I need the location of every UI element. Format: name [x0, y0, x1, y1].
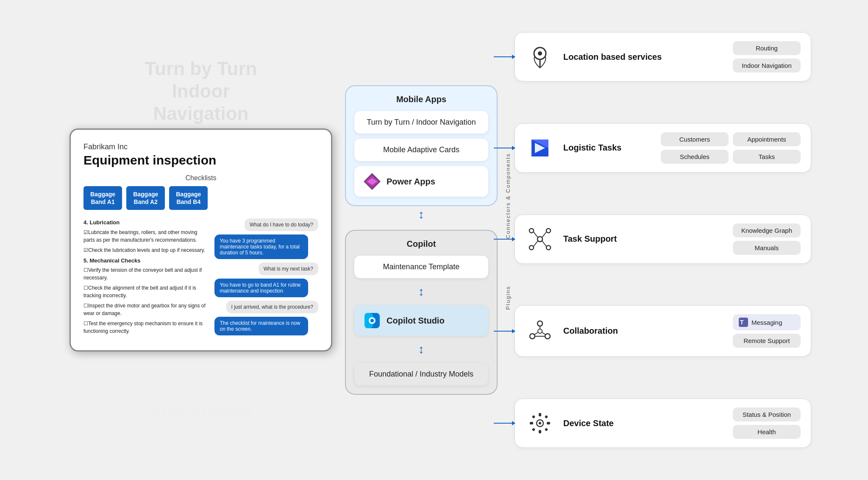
status-position-tag: Status & Position — [733, 407, 801, 421]
svg-text:T: T — [740, 319, 744, 326]
btn-baggage-a2[interactable]: BaggageBand A2 — [126, 186, 165, 210]
svg-point-12 — [529, 229, 534, 233]
svg-line-17 — [542, 232, 546, 237]
vertical-arrow-3: ↕ — [418, 343, 424, 356]
arrow-task — [494, 239, 515, 240]
plugins-label: Plugins — [505, 286, 511, 310]
svg-point-11 — [537, 237, 542, 242]
svg-rect-36 — [532, 415, 535, 419]
dynamics-icon — [525, 133, 555, 163]
section5-item3: ☐Inspect the drive motor and gearbox for… — [83, 302, 208, 317]
svg-rect-34 — [530, 422, 533, 424]
turn-by-turn-card: Turn by Turn / Indoor Navigation — [354, 111, 488, 134]
service-row-location: Location based services Routing Indoor N… — [515, 32, 811, 81]
chat-bot-2: You have to go to band A1 for rutine mai… — [214, 279, 308, 297]
section5-title: 5. Mechanical Checks — [83, 257, 208, 265]
arrow-collab — [494, 331, 515, 332]
device-content: 4. Lubrication ☑Lubricate the bearings, … — [83, 218, 318, 338]
svg-point-14 — [529, 246, 534, 250]
task-tags: Knowledge Graph Manuals — [733, 223, 801, 255]
manuals-tag: Manuals — [733, 241, 801, 255]
indoor-nav-tag: Indoor Navigation — [733, 59, 801, 73]
connectors-label: Connectors & Components — [505, 153, 511, 239]
service-row-collab: Collaboration T Messaging Remote Support — [515, 305, 811, 357]
mobile-adaptive-card: Mobile Adaptive Cards — [354, 139, 488, 161]
checklist-buttons: BaggageBand A1 BaggageBand A2 BaggageBan… — [83, 186, 318, 210]
svg-rect-35 — [547, 422, 550, 424]
maintenance-template-card: Maintenance Template — [354, 256, 488, 278]
svg-point-21 — [530, 334, 535, 339]
location-service-name: Location based services — [563, 52, 662, 62]
section5-item2: ☐Check the alignment of the belt and adj… — [83, 284, 208, 299]
health-tag: Health — [733, 425, 801, 439]
network-nodes-icon — [525, 316, 555, 346]
svg-rect-37 — [545, 415, 548, 419]
svg-point-8 — [538, 51, 542, 56]
bg-text-top: Turn by Turn Indoor Navigation — [129, 58, 273, 125]
chat-user-1: What do I have to do today? — [245, 218, 318, 231]
power-apps-label: Power Apps — [387, 177, 435, 187]
gear-nodes-icon — [525, 408, 555, 438]
foundational-card: Foundational / Industry Models — [354, 363, 488, 385]
checklist-text: 4. Lubrication ☑Lubricate the bearings, … — [83, 218, 208, 338]
chat-user-3: I just arrived, what is the procedure? — [226, 301, 318, 313]
maintenance-template-label: Maintenance Template — [383, 262, 460, 271]
svg-point-31 — [539, 422, 541, 424]
task-service-name: Task Support — [563, 234, 631, 244]
svg-line-18 — [534, 241, 538, 246]
remote-support-tag: Remote Support — [733, 334, 801, 348]
svg-point-23 — [538, 329, 542, 333]
btn-baggage-b4[interactable]: BaggageBand B4 — [169, 186, 208, 210]
chat-bot-1: You have 3 programmed maintenance tasks … — [214, 234, 308, 259]
device-mockup: Fabrikam Inc Equipment inspection Checkl… — [70, 128, 332, 352]
svg-point-6 — [370, 319, 374, 322]
knowledge-graph-tag: Knowledge Graph — [733, 223, 801, 237]
turn-by-turn-label: Turn by Turn / Indoor Navigation — [367, 118, 476, 126]
svg-line-16 — [534, 232, 538, 237]
service-row-logistic: Logistic Tasks Customers Appointments Sc… — [515, 123, 811, 173]
chat-user-2: What is my next task? — [259, 262, 318, 275]
power-apps-icon — [363, 172, 381, 191]
foundational-label: Foundational / Industry Models — [369, 370, 473, 378]
svg-rect-38 — [532, 428, 535, 431]
svg-point-15 — [546, 246, 551, 250]
copilot-card: Copilot Maintenance Template ↕ Copilot S… — [345, 230, 498, 395]
copilot-label: Copilot — [407, 239, 436, 249]
teams-icon: T — [739, 318, 748, 327]
customers-tag: Customers — [661, 132, 729, 146]
appointments-tag: Appointments — [733, 132, 801, 146]
vertical-arrow-1: ↕ — [418, 208, 424, 221]
section5-item4: ☐Test the emergency stop mechanism to en… — [83, 320, 208, 335]
svg-rect-32 — [539, 413, 541, 416]
mobile-apps-card: Mobile Apps Turn by Turn / Indoor Naviga… — [345, 85, 498, 206]
svg-point-13 — [546, 229, 551, 233]
middle-wrapper: Connectors & Components Plugins Mobile A… — [345, 85, 498, 395]
schedules-tag: Schedules — [661, 150, 729, 164]
chat-panel: What do I have to do today? You have 3 p… — [214, 218, 318, 338]
device-title: Equipment inspection — [83, 153, 318, 167]
power-apps-row: Power Apps — [354, 166, 488, 197]
copilot-studio-label: Copilot Studio — [387, 316, 445, 326]
service-row-device: Device State Status & Position Health — [515, 399, 811, 448]
logistic-service-name: Logistic Tasks — [563, 143, 631, 153]
section4-item2: ☑Check the lubrication levels and top up… — [83, 246, 208, 254]
chat-bot-3: The checklist for mainteance is now on t… — [214, 317, 308, 335]
section5-item1: ☐Verify the tension of the conveyor belt… — [83, 266, 208, 282]
company-name: Fabrikam Inc — [83, 142, 318, 151]
left-panel: Turn by Turn Indoor Navigation Fabrikam … — [57, 49, 345, 431]
svg-point-22 — [545, 334, 550, 339]
copilot-studio-icon — [363, 311, 381, 330]
device-service-name: Device State — [563, 419, 631, 428]
main-container: Turn by Turn Indoor Navigation Fabrikam … — [0, 0, 868, 480]
mobile-apps-label: Mobile Apps — [396, 95, 446, 104]
device-header: Fabrikam Inc Equipment inspection Checkl… — [83, 142, 318, 210]
collab-service-name: Collaboration — [563, 326, 631, 336]
btn-baggage-a1[interactable]: BaggageBand A1 — [83, 186, 122, 210]
svg-rect-39 — [545, 428, 548, 431]
right-panel: Location based services Routing Indoor N… — [498, 32, 811, 448]
arrow-location — [494, 56, 515, 57]
vertical-arrow-2: ↕ — [418, 285, 424, 299]
svg-line-25 — [534, 332, 538, 335]
svg-line-19 — [542, 241, 546, 246]
messaging-tag: T Messaging — [733, 314, 801, 330]
